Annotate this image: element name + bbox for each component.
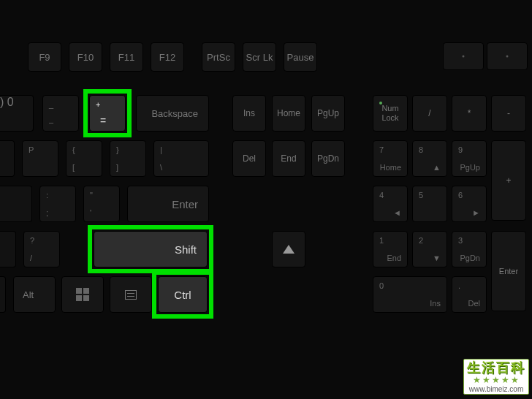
- key-numpad-3: 3PgDn: [452, 231, 487, 267]
- keyboard-illustration: F9 F10 F11 F12 PrtSc Scr Lk Pause ) 0 _ …: [0, 0, 532, 399]
- key-end: End: [272, 140, 305, 177]
- key-slash: ?/: [23, 231, 60, 267]
- key-alt: Alt: [13, 276, 56, 313]
- key-shift: Shift: [94, 231, 208, 267]
- key-p: P: [22, 140, 58, 177]
- key-f9: F9: [28, 42, 61, 72]
- key-lbracket: {[: [66, 140, 102, 177]
- key-edge-r5: [0, 276, 6, 313]
- blank-key-2: [487, 42, 528, 70]
- key-ctrl: Ctrl: [158, 276, 208, 313]
- key-rbracket: }]: [110, 140, 146, 177]
- key-arrow-up: [272, 231, 305, 267]
- key-pgup: PgUp: [311, 95, 345, 132]
- key-pause: Pause: [284, 42, 317, 72]
- key-numpad-enter: Enter: [491, 231, 526, 311]
- key-numpad-mul: *: [452, 95, 487, 132]
- key-numpad-div: /: [412, 95, 447, 132]
- watermark-url: www.bimeiz.com: [467, 385, 525, 393]
- key-backspace: Backspace: [136, 95, 209, 132]
- key-numpad-8: 8▲: [412, 140, 447, 177]
- key-enter: Enter: [127, 186, 209, 222]
- key-numlock: Num Lock: [373, 95, 408, 132]
- arrow-up-icon: [283, 245, 294, 254]
- key-semicolon: :;: [39, 186, 76, 222]
- key-plus-equals: + =: [89, 95, 126, 132]
- key-del: Del: [232, 140, 266, 177]
- key-numpad-9: 9PgUp: [452, 140, 487, 177]
- key-win: [61, 276, 104, 313]
- key-numpad-dot: .Del: [452, 276, 487, 313]
- key-0: ) 0: [0, 95, 34, 132]
- key-numpad-plus: +: [491, 140, 526, 221]
- key-menu: [110, 276, 152, 313]
- key-home: Home: [272, 95, 305, 132]
- key-numpad-6: 6►: [452, 186, 487, 222]
- key-minus: _ –: [42, 95, 79, 132]
- key-f11: F11: [110, 42, 143, 72]
- key-numpad-4: 4◄: [373, 186, 408, 222]
- key-numpad-sub: -: [491, 95, 526, 132]
- key-pgdn: PgDn: [311, 140, 345, 177]
- key-scrlk: Scr Lk: [243, 42, 276, 72]
- windows-logo-icon: [76, 288, 89, 301]
- key-numpad-5: 5: [412, 186, 447, 222]
- blank-key-1: [443, 42, 484, 70]
- key-f12: F12: [151, 42, 184, 72]
- key-numpad-7: 7Home: [373, 140, 408, 177]
- menu-icon: [125, 290, 137, 300]
- key-ins: Ins: [232, 95, 266, 132]
- watermark: 生活百科 ★★★★★ www.bimeiz.com: [463, 359, 529, 395]
- key-prtsc: PrtSc: [202, 42, 235, 72]
- key-quote: "': [83, 186, 120, 222]
- watermark-stars: ★★★★★: [467, 376, 525, 385]
- key-f10: F10: [69, 42, 102, 72]
- key-numpad-0: 0Ins: [373, 276, 447, 313]
- key-backslash: |\: [153, 140, 209, 177]
- key-l-edge: [0, 186, 32, 222]
- watermark-title: 生活百科: [467, 361, 525, 376]
- key-numpad-1: 1End: [373, 231, 408, 267]
- key-dot-edge: [0, 231, 16, 267]
- key-o-edge: [0, 140, 15, 177]
- key-numpad-2: 2▼: [412, 231, 447, 267]
